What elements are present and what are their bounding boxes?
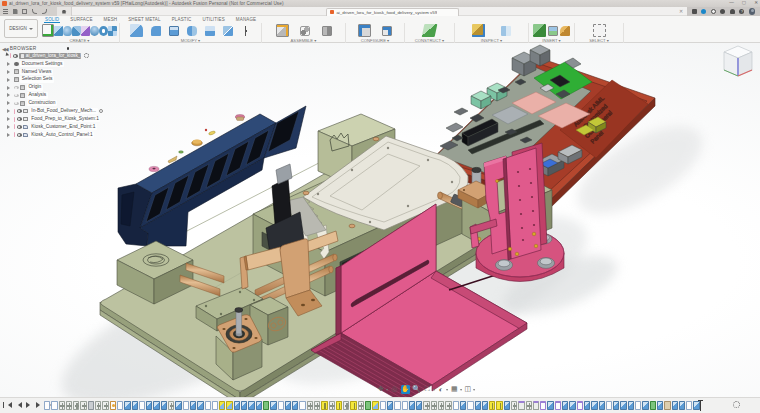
ribbon-tab-mesh[interactable]: MESH <box>103 16 119 23</box>
browser-item-analysis[interactable]: Analysis <box>2 91 110 99</box>
primitive-box-icon[interactable] <box>81 26 90 36</box>
timeline-feature-icon[interactable] <box>205 401 211 410</box>
timeline-feature-icon[interactable] <box>664 401 670 410</box>
ribbon-tab-utilities[interactable]: UTILITIES <box>202 16 226 23</box>
expand-triangle-icon[interactable] <box>7 78 12 82</box>
timeline-feature-icon[interactable] <box>248 401 254 410</box>
help-icon[interactable]: ? <box>739 9 744 14</box>
nav-grid-and-snaps-icon[interactable]: ▦ <box>450 385 462 395</box>
timeline-feature-icon[interactable] <box>329 401 335 410</box>
document-tab[interactable]: ai_driven_lora_for_kiosk_food_delivery_s… <box>326 8 459 17</box>
nav-look-at-icon[interactable]: ◎ <box>390 385 400 395</box>
timeline-feature-icon[interactable] <box>44 401 50 410</box>
timeline-feature-icon[interactable] <box>88 401 94 410</box>
timeline-feature-icon[interactable] <box>278 401 284 410</box>
settings-icon[interactable] <box>720 9 725 14</box>
timeline-feature-icon[interactable] <box>518 401 524 410</box>
timeline-feature-icon[interactable] <box>66 401 72 410</box>
timeline-feature-icon[interactable] <box>73 401 79 410</box>
section-analysis-icon[interactable] <box>501 26 511 36</box>
torus-icon[interactable] <box>99 26 108 36</box>
new-component-icon[interactable] <box>276 24 289 37</box>
browser-item-kiosk-customer-end-point-1[interactable]: Kiosk_Customer_End_Point:1 <box>2 123 110 131</box>
timeline-feature-icon[interactable] <box>124 401 130 410</box>
timeline-feature-icon[interactable] <box>475 401 481 410</box>
timeline-feature-icon[interactable] <box>292 401 298 410</box>
split-body-icon[interactable] <box>223 26 233 36</box>
visibility-eye-icon[interactable] <box>17 109 22 112</box>
press-pull-icon[interactable] <box>130 24 143 37</box>
browser-item-origin[interactable]: Origin <box>2 84 110 92</box>
browser-item-construction[interactable]: Construction <box>2 99 110 107</box>
form-icon[interactable] <box>90 26 99 36</box>
timeline-feature-icon[interactable] <box>555 401 561 410</box>
timeline-feature-icon[interactable] <box>380 401 386 410</box>
timeline-feature-icon[interactable] <box>197 401 203 410</box>
extensions-icon[interactable] <box>692 9 697 14</box>
expand-triangle-icon[interactable] <box>7 117 12 121</box>
expand-triangle-icon[interactable] <box>7 62 12 66</box>
timeline-feature-icon[interactable] <box>423 401 429 410</box>
visibility-eye-icon[interactable] <box>17 133 22 136</box>
timeline-feature-icon[interactable] <box>569 401 575 410</box>
timeline-feature-icon[interactable] <box>234 401 240 410</box>
timeline-feature-icon[interactable] <box>183 401 189 410</box>
timeline-feature-icon[interactable] <box>51 401 57 410</box>
job-status-icon[interactable] <box>701 9 706 14</box>
timeline-feature-icon[interactable] <box>657 401 663 410</box>
timeline-feature-icon[interactable] <box>95 401 101 410</box>
ribbon-tab-solid[interactable]: SOLID <box>44 16 60 23</box>
rigid-group-icon[interactable] <box>322 26 332 36</box>
configure-features-icon[interactable] <box>382 26 392 36</box>
visibility-eye-icon[interactable] <box>17 117 22 120</box>
nav-display-settings-icon[interactable]: ◐ <box>436 385 448 395</box>
timeline-feature-icon[interactable] <box>161 401 167 410</box>
ribbon-tab-sheet-metal[interactable]: SHEET METAL <box>127 16 162 23</box>
measure-icon[interactable] <box>472 24 485 37</box>
timeline-feature-icon[interactable] <box>241 401 247 410</box>
browser-item-named-views[interactable]: Named Views <box>2 68 110 76</box>
timeline-feature-icon[interactable] <box>686 401 692 410</box>
visibility-eye-icon[interactable] <box>14 94 19 97</box>
timeline-feature-icon[interactable] <box>321 401 327 410</box>
collapse-panel-icon[interactable]: ◀◀ <box>2 46 8 52</box>
pattern-icon[interactable] <box>108 26 117 36</box>
expand-triangle-icon[interactable] <box>7 86 12 90</box>
expand-triangle-icon[interactable] <box>7 125 12 129</box>
timeline-feature-icon[interactable] <box>591 401 597 410</box>
application-menu-icon[interactable] <box>3 9 8 14</box>
move-copy-icon[interactable] <box>241 26 251 36</box>
timeline-feature-icon[interactable] <box>504 401 510 410</box>
timeline-feature-icon[interactable] <box>584 401 590 410</box>
timeline-feature-icon[interactable] <box>314 401 320 410</box>
timeline-feature-icon[interactable] <box>307 401 313 410</box>
timeline-feature-icon[interactable] <box>402 401 408 410</box>
combine-icon[interactable] <box>187 26 197 36</box>
view-cube[interactable] <box>724 46 752 76</box>
timeline-feature-icon[interactable] <box>672 401 678 410</box>
browser-item-food-prep-to-kiosk-system-1[interactable]: Food_Prep_to_Kiosk_System:1 <box>2 115 110 123</box>
timeline-feature-icon[interactable] <box>153 401 159 410</box>
visibility-eye-icon[interactable] <box>14 86 19 89</box>
nav-viewports-icon[interactable]: ◫ <box>463 385 475 395</box>
nav-pan-icon[interactable]: ✋ <box>401 385 411 395</box>
fillet-icon[interactable] <box>151 26 161 36</box>
browser-item-kiosk-auto-control-panel-1[interactable]: Kiosk_Auto_Control_Panel:1 <box>2 131 110 139</box>
timeline-feature-icon[interactable] <box>409 401 415 410</box>
timeline-feature-icon[interactable] <box>168 401 174 410</box>
timeline-feature-icon[interactable] <box>613 401 619 410</box>
timeline-feature-icon[interactable] <box>650 401 656 410</box>
timeline-feature-icon[interactable] <box>102 401 108 410</box>
timeline-feature-icon[interactable] <box>263 401 269 410</box>
timeline-feature-icon[interactable] <box>387 401 393 410</box>
timeline-feature-icon[interactable] <box>132 401 138 410</box>
nav-free-orbit-icon[interactable]: ✥ <box>376 385 388 395</box>
timeline-feature-icon[interactable] <box>562 401 568 410</box>
step-forward-icon[interactable] <box>36 402 43 408</box>
timeline-feature-icon[interactable] <box>511 401 517 410</box>
insert-canvas-icon[interactable] <box>533 24 546 37</box>
joint-icon[interactable] <box>300 26 310 36</box>
timeline-feature-icon[interactable] <box>635 401 641 410</box>
timeline-feature-icon[interactable] <box>80 401 86 410</box>
expand-triangle-icon[interactable] <box>7 101 12 105</box>
